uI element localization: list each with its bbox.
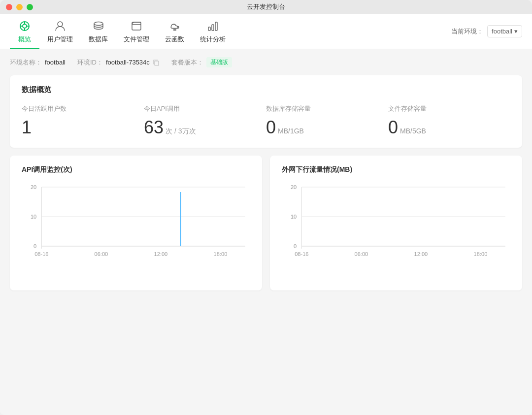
stat-db-storage-number: 0 (266, 117, 276, 138)
svg-text:18:00: 18:00 (214, 251, 228, 257)
stat-file-storage-number: 0 (388, 117, 398, 138)
traffic-monitor-chart: 20 10 0 08-16 06:00 12:00 18:00 (282, 182, 510, 281)
overview-icon (18, 19, 32, 33)
traffic-monitor-svg: 20 10 0 08-16 06:00 12:00 18:00 (282, 182, 510, 281)
stat-file-storage-label: 文件存储容量 (388, 104, 502, 113)
svg-rect-9 (208, 27, 210, 31)
stat-active-users-number: 1 (22, 117, 32, 138)
svg-text:06:00: 06:00 (95, 251, 108, 257)
env-bar: 环境名称： football 环境ID： football-73534c 套餐版… (10, 57, 522, 67)
maximize-button[interactable] (27, 4, 33, 10)
env-dropdown-arrow: ▾ (514, 28, 518, 35)
stat-api-calls: 今日API调用 63 次 / 3万次 (144, 104, 266, 138)
svg-text:10: 10 (291, 214, 297, 220)
user-management-icon (53, 19, 67, 33)
env-name-value: football (45, 59, 66, 66)
stat-api-calls-unit: 次 / 3万次 (166, 127, 196, 136)
close-button[interactable] (6, 4, 12, 10)
nav-item-statistics[interactable]: 统计分析 (192, 14, 233, 49)
main-content: 环境名称： football 环境ID： football-73534c 套餐版… (0, 49, 532, 415)
svg-text:0: 0 (294, 243, 297, 249)
window-controls (6, 4, 33, 10)
svg-text:08-16: 08-16 (295, 251, 308, 257)
traffic-monitor-card: 外网下行流量情况(MB) 20 10 0 (270, 156, 522, 290)
nav-item-user-management[interactable]: 用户管理 (39, 14, 81, 49)
svg-text:20: 20 (291, 184, 297, 190)
navbar: 概览 用户管理 (0, 14, 532, 49)
env-plan-value: 基础版 (206, 57, 232, 67)
svg-text:18:00: 18:00 (474, 251, 488, 257)
svg-text:10: 10 (31, 214, 36, 220)
svg-text:20: 20 (31, 184, 36, 190)
stat-file-storage-value: 0 MB/5GB (388, 117, 502, 138)
svg-text:06:00: 06:00 (355, 251, 368, 257)
env-selector: 当前环境： football ▾ (441, 14, 522, 49)
api-monitor-card: API调用监控(次) 20 10 0 (10, 156, 262, 290)
svg-point-1 (23, 24, 27, 28)
stat-file-storage-unit: MB/5GB (400, 127, 426, 135)
svg-rect-8 (132, 22, 141, 30)
svg-rect-12 (155, 61, 159, 65)
nav-label-file-management: 文件管理 (124, 35, 149, 44)
api-monitor-svg: 20 10 0 08-16 06:00 12:00 18:00 (22, 182, 250, 281)
copy-icon[interactable] (153, 59, 160, 66)
minimize-button[interactable] (16, 4, 23, 10)
svg-text:12:00: 12:00 (414, 251, 428, 257)
nav-label-statistics: 统计分析 (200, 35, 226, 44)
env-name-item: 环境名称： football (10, 58, 66, 67)
svg-text:12:00: 12:00 (154, 251, 168, 257)
stat-api-calls-value: 63 次 / 3万次 (144, 117, 258, 138)
nav-label-overview: 概览 (18, 35, 31, 44)
env-id-item: 环境ID： football-73534c (77, 58, 160, 67)
stat-db-storage-value: 0 MB/1GB (266, 117, 380, 138)
nav-label-user-management: 用户管理 (47, 35, 73, 44)
nav-item-overview[interactable]: 概览 (10, 14, 39, 49)
nav-label-cloud-functions: 云函数 (165, 35, 184, 44)
titlebar: 云开发控制台 (0, 0, 532, 14)
svg-point-7 (94, 22, 103, 25)
cloud-functions-icon (168, 19, 182, 33)
env-dropdown-name: football (492, 28, 512, 35)
stat-active-users-label: 今日活跃用户数 (22, 104, 136, 113)
stat-db-storage-label: 数据库存储容量 (266, 104, 380, 113)
env-name-label: 环境名称： (10, 58, 42, 67)
nav-item-database[interactable]: 数据库 (81, 14, 116, 49)
svg-text:0: 0 (33, 243, 36, 249)
traffic-monitor-title: 外网下行流量情况(MB) (282, 165, 510, 174)
nav-label-database: 数据库 (89, 35, 108, 44)
stat-active-users-value: 1 (22, 117, 136, 138)
svg-point-6 (58, 22, 63, 27)
charts-row: API调用监控(次) 20 10 0 (10, 156, 522, 290)
stat-file-storage: 文件存储容量 0 MB/5GB (388, 104, 510, 138)
window-title: 云开发控制台 (247, 2, 285, 11)
api-monitor-title: API调用监控(次) (22, 165, 250, 174)
stats-grid: 今日活跃用户数 1 今日API调用 63 次 / 3万次 数据库存储容量 0 (22, 104, 510, 138)
env-id-label: 环境ID： (77, 58, 103, 67)
database-icon (92, 19, 105, 33)
statistics-icon (206, 19, 220, 33)
env-selector-label: 当前环境： (451, 27, 483, 36)
nav-item-cloud-functions[interactable]: 云函数 (157, 14, 192, 49)
stat-db-storage: 数据库存储容量 0 MB/1GB (266, 104, 388, 138)
stat-active-users: 今日活跃用户数 1 (22, 104, 144, 138)
nav-item-file-management[interactable]: 文件管理 (116, 14, 157, 49)
stat-db-storage-unit: MB/1GB (278, 127, 304, 135)
nav-items: 概览 用户管理 (10, 14, 441, 49)
svg-rect-10 (212, 25, 214, 31)
env-dropdown[interactable]: football ▾ (487, 25, 522, 37)
data-overview-card: 数据概览 今日活跃用户数 1 今日API调用 63 次 / 3万次 数 (10, 75, 522, 148)
svg-rect-11 (215, 22, 217, 31)
stat-api-calls-label: 今日API调用 (144, 104, 258, 113)
stat-api-calls-number: 63 (144, 117, 164, 138)
data-overview-title: 数据概览 (22, 85, 510, 95)
env-id-value: football-73534c (106, 59, 150, 66)
file-management-icon (130, 19, 143, 33)
api-monitor-chart: 20 10 0 08-16 06:00 12:00 18:00 (22, 182, 250, 281)
svg-text:08-16: 08-16 (34, 251, 48, 257)
env-plan-item: 套餐版本： 基础版 (171, 57, 232, 67)
env-plan-label: 套餐版本： (171, 58, 203, 67)
app-window: 云开发控制台 概览 (0, 0, 532, 415)
